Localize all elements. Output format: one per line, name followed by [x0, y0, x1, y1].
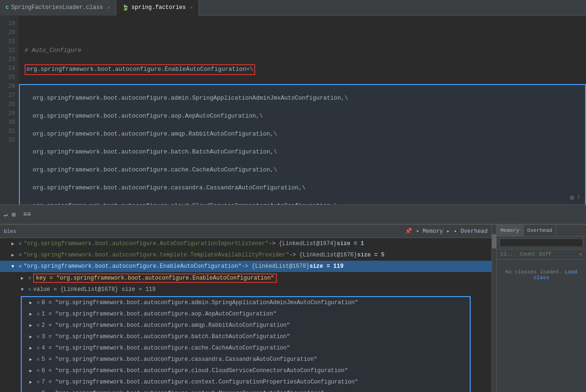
key-value-box: key = "org.springframework.boot.autoconf… — [33, 273, 277, 283]
overhead-tab[interactable]: Overhead — [524, 225, 557, 236]
class-tab-label: SpringFactoriesLoader.class — [11, 4, 103, 11]
col-class[interactable]: Cl... — [500, 251, 516, 257]
pin-icon[interactable]: 📌 — [405, 228, 412, 235]
tree-item-listener[interactable]: ▶ ≡ "org.springframework.boot.autoconfig… — [0, 238, 491, 249]
value-item-8[interactable]: ▶ ≡ 8 = "org.springframework.boot.autoco… — [22, 388, 470, 392]
string-icon-listener: ≡ — [19, 241, 22, 247]
enableauto-key: "org.springframework.boot.autoconfigure.… — [24, 263, 241, 270]
right-panel: Memory Overhead Cl... Count Diff ▾ No cl… — [496, 225, 586, 392]
expand-arrow-value[interactable]: ▼ — [21, 287, 26, 292]
panel-search — [497, 237, 586, 249]
expand-arrow-template[interactable]: ▶ — [11, 252, 17, 258]
settings-icon[interactable]: ⚙ — [570, 194, 574, 202]
debug-scrollbar[interactable] — [491, 225, 496, 392]
tab-bar: C SpringFactoriesLoader.class ✕ 🍃 spring… — [0, 0, 586, 16]
code-line-24: org.springframework.boot.autoconfigure.a… — [26, 130, 579, 139]
template-size: size = 5 — [357, 252, 385, 258]
expand-arr-5[interactable]: ▶ — [29, 357, 35, 362]
string-icon-value: ≡ — [28, 287, 31, 292]
string-icon-enableauto: ≡ — [19, 264, 22, 269]
tree-item-enableauto[interactable]: ▼ ≡ "org.springframework.boot.autoconfig… — [0, 261, 491, 272]
str-icon-0: ≡ — [37, 300, 40, 306]
val-8: 8 = "org.springframework.boot.autoconfig… — [42, 390, 324, 392]
editor-tools: ⚙ ↕ — [570, 194, 580, 202]
expand-arrow-listener[interactable]: ▶ — [11, 241, 17, 247]
val-5: 5 = "org.springframework.boot.autoconfig… — [42, 356, 317, 363]
str-icon-5: ≡ — [37, 357, 40, 362]
overhead-tab-btn[interactable]: ▪ Overhead — [454, 228, 488, 235]
str-icon-6: ≡ — [37, 368, 40, 374]
code-line-19 — [25, 28, 580, 37]
value-item-2[interactable]: ▶ ≡ 2 = "org.springframework.boot.autoco… — [22, 320, 470, 331]
val-2: 2 = "org.springframework.boot.autoconfig… — [42, 322, 290, 329]
debug-tree[interactable]: bles 📌 ▪ Memory ▸ ▪ Overhead ▶ ≡ "org.sp… — [0, 225, 491, 392]
value-item-1[interactable]: ▶ ≡ 1 = "org.springframework.boot.autoco… — [22, 308, 470, 320]
expand-icon[interactable]: ↕ — [577, 194, 580, 202]
value-item-0[interactable]: ▶ ≡ 0 = "org.springframework.boot.autoco… — [22, 297, 470, 308]
memory-tab-btn[interactable]: ▪ Memory ▸ — [416, 228, 450, 235]
factories-tab-close[interactable]: ✕ — [190, 5, 193, 10]
value-item-7[interactable]: ▶ ≡ 7 = "org.springframework.boot.autoco… — [22, 376, 470, 388]
expand-arr-6[interactable]: ▶ — [29, 368, 35, 374]
value-item-6[interactable]: ▶ ≡ 6 = "org.springframework.boot.autoco… — [22, 365, 470, 376]
right-panel-tabs: Memory Overhead — [497, 225, 586, 237]
value-item-3[interactable]: ▶ ≡ 3 = "org.springframework.boot.autoco… — [22, 331, 470, 342]
val-7: 7 = "org.springframework.boot.autoconfig… — [42, 379, 358, 385]
key-row[interactable]: ▶ ≡ key = "org.springframework.boot.auto… — [0, 273, 491, 284]
expand-arrow-enableauto[interactable]: ▼ — [11, 264, 17, 269]
value-label: value = {LinkedList@1678} size = 119 — [33, 286, 155, 293]
col-diff[interactable]: Diff — [539, 251, 552, 257]
expand-arr-0[interactable]: ▶ — [29, 300, 35, 306]
code-editor[interactable]: # Auto_Configure org.springframework.boo… — [19, 16, 586, 205]
factories-tab-label: spring.factories — [131, 4, 186, 11]
tab-class[interactable]: C SpringFactoriesLoader.class ✕ — [0, 0, 116, 16]
expand-arr-7[interactable]: ▶ — [29, 379, 35, 385]
panel-column-headers: Cl... Count Diff ▾ — [497, 249, 586, 260]
scrollbar-thumb[interactable] — [492, 234, 496, 248]
search-input[interactable] — [500, 239, 583, 247]
listener-key: "org.springframework.boot.autoconfigure.… — [24, 240, 268, 247]
expand-arrow-key[interactable]: ▶ — [21, 275, 26, 281]
expand-arr-1[interactable]: ▶ — [29, 311, 35, 317]
bottom-panel: bles 📌 ▪ Memory ▸ ▪ Overhead ▶ ≡ "org.sp… — [0, 224, 586, 392]
string-icon-key: ≡ — [28, 276, 31, 281]
rows-icon[interactable]: ≡≡ — [23, 211, 31, 218]
code-line-25: org.springframework.boot.autoconfigure.b… — [26, 148, 579, 157]
editor-area: 19 20 21 22 23 24 25 26 27 28 29 30 31 3… — [0, 16, 586, 205]
expand-arr-4[interactable]: ▶ — [29, 345, 35, 351]
line-numbers: 19 20 21 22 23 24 25 26 27 28 29 30 31 3… — [0, 16, 19, 205]
listener-size: size = 1 — [337, 240, 364, 247]
code-line-27: org.springframework.boot.autoconfigure.c… — [26, 184, 579, 193]
class-tab-icon: C — [6, 5, 9, 10]
code-line-21: org.springframework.boot.autoconfigure.E… — [25, 64, 580, 75]
tab-factories[interactable]: 🍃 spring.factories ✕ — [116, 0, 199, 16]
expanded-section: ▶ ≡ key = "org.springframework.boot.auto… — [0, 272, 491, 392]
str-icon-1: ≡ — [37, 312, 40, 317]
template-arrow: -> {LinkedList@1676} — [289, 252, 357, 258]
toolbar-strip: ↵ ⊞ ≡≡ — [0, 205, 586, 224]
no-classes-text: No classes loaded. — [506, 269, 562, 275]
enableauto-arrow: -> {LinkedList@1678} — [241, 263, 310, 270]
value-row[interactable]: ▼ ≡ value = {LinkedList@1678} size = 119 — [0, 284, 491, 295]
step-over-icon[interactable]: ↵ — [4, 211, 8, 219]
val-3: 3 = "org.springframework.boot.autoconfig… — [42, 333, 290, 340]
class-tab-close[interactable]: ✕ — [107, 5, 110, 10]
val-6: 6 = "org.springframework.boot.autoconfig… — [42, 367, 348, 374]
code-line-20: # Auto_Configure — [25, 46, 580, 55]
string-icon-template: ≡ — [19, 253, 22, 258]
panel-label: bles — [4, 229, 16, 234]
listener-arrow: -> {LinkedList@1674} — [269, 240, 337, 247]
memory-tab[interactable]: Memory — [497, 225, 524, 236]
sort-icon[interactable]: ▾ — [579, 251, 582, 257]
enableauto-size: size = 119 — [310, 263, 344, 270]
col-count[interactable]: Count — [520, 251, 535, 257]
value-item-4[interactable]: ▶ ≡ 4 = "org.springframework.boot.autoco… — [22, 342, 470, 354]
value-item-5[interactable]: ▶ ≡ 5 = "org.springframework.boot.autoco… — [22, 354, 470, 365]
columns-icon[interactable]: ⊞ — [11, 211, 15, 219]
expand-arr-3[interactable]: ▶ — [29, 334, 35, 340]
no-classes-area: No classes loaded. Load class — [497, 260, 586, 290]
val-1: 1 = "org.springframework.boot.autoconfig… — [42, 311, 276, 317]
expand-arr-2[interactable]: ▶ — [29, 323, 35, 328]
tree-item-template[interactable]: ▶ ≡ "org.springframework.boot.autoconfig… — [0, 249, 491, 261]
debug-panel-header: bles 📌 ▪ Memory ▸ ▪ Overhead — [0, 225, 491, 238]
